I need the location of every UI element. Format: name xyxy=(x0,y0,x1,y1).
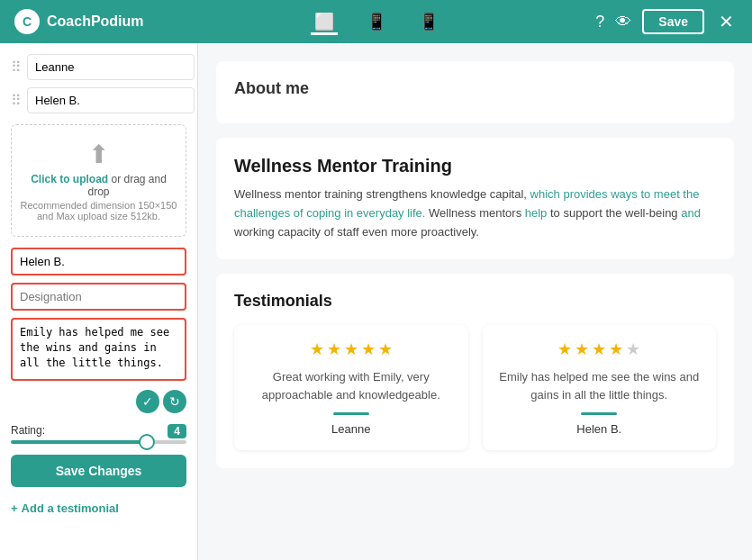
star-1-3: ★ xyxy=(344,339,358,359)
testimonial-textarea[interactable]: Emily has helped me see the wins and gai… xyxy=(11,318,186,381)
about-title: About me xyxy=(234,79,716,98)
upload-sub: Recommended dimension 150×150 and Max up… xyxy=(19,200,178,221)
drag-handle-2[interactable]: ⠿ xyxy=(11,92,22,109)
testimonial-divider-1 xyxy=(333,412,369,415)
rating-section: 4 Rating: xyxy=(11,424,186,444)
testimonial-name-input-2[interactable] xyxy=(27,87,195,113)
testimonial-card-1: ★ ★ ★ ★ ★ Great working with Emily, very… xyxy=(234,325,468,450)
save-button[interactable]: Save xyxy=(642,9,704,34)
star-2-2: ★ xyxy=(575,339,589,359)
highlight-3: and xyxy=(681,206,701,220)
star-1-1: ★ xyxy=(310,339,324,359)
testimonial-author-2: Helen B. xyxy=(497,422,702,436)
desktop-icon[interactable]: ⬜ xyxy=(311,8,338,35)
rating-slider[interactable] xyxy=(11,440,186,444)
nav-actions: ? 👁 Save ✕ xyxy=(595,9,738,34)
star-2-5: ★ xyxy=(626,339,640,359)
upload-icon: ⬆ xyxy=(19,140,178,169)
designation-field[interactable] xyxy=(11,283,186,311)
wellness-text: Wellness mentor training strengthens kno… xyxy=(234,185,716,241)
star-2-1: ★ xyxy=(557,339,572,359)
highlight-1: which provides ways to meet the challeng… xyxy=(234,187,699,220)
drag-handle-1[interactable]: ⠿ xyxy=(11,59,22,76)
confirm-icon-button[interactable]: ✓ xyxy=(136,390,159,413)
plus-icon: + xyxy=(11,501,18,515)
logo-icon: C xyxy=(14,9,40,34)
testimonial-card-2: ★ ★ ★ ★ ★ Emily has helped me see the wi… xyxy=(483,325,717,450)
upload-area[interactable]: ⬆ Click to upload or drag and drop Recom… xyxy=(11,124,186,237)
top-nav: C CoachPodium ⬜ 📱 📱 ? 👁 Save ✕ xyxy=(0,0,752,43)
help-icon[interactable]: ? xyxy=(595,13,604,32)
upload-text: Click to upload or drag and drop xyxy=(19,173,178,198)
testimonial-author-1: Leanne xyxy=(249,422,454,436)
eye-icon[interactable]: 👁 xyxy=(615,13,631,32)
add-testimonial-button[interactable]: + Add a testimonial xyxy=(11,498,186,519)
testimonial-row-1: ⠿ ✏️ 🗑 xyxy=(11,54,186,80)
tablet-icon[interactable]: 📱 xyxy=(363,8,390,35)
close-button[interactable]: ✕ xyxy=(715,11,738,32)
star-1-5: ★ xyxy=(378,339,393,359)
logo: C CoachPodium xyxy=(14,9,144,34)
highlight-2: help xyxy=(525,206,548,220)
star-2-4: ★ xyxy=(609,339,623,359)
upload-link[interactable]: Click to upload xyxy=(31,173,108,185)
stars-2: ★ ★ ★ ★ ★ xyxy=(497,339,702,359)
testimonial-row-2: ⠿ ✏️ 🗑 xyxy=(11,87,186,113)
save-changes-button[interactable]: Save Changes xyxy=(11,455,186,487)
mobile-icon[interactable]: 📱 xyxy=(415,8,442,35)
wellness-title: Wellness Mentor Training xyxy=(234,156,716,176)
sidebar: ⠿ ✏️ 🗑 ⠿ ✏️ 🗑 ⬆ Click to upload or drag … xyxy=(0,43,198,560)
testimonial-divider-2 xyxy=(581,412,617,415)
main-content: About me Wellness Mentor Training Wellne… xyxy=(198,43,752,560)
slider-container xyxy=(11,440,186,444)
testimonials-title: Testimonials xyxy=(234,292,716,311)
main-layout: ⠿ ✏️ 🗑 ⠿ ✏️ 🗑 ⬆ Click to upload or drag … xyxy=(0,43,752,560)
testimonial-text-1: Great working with Emily, very approacha… xyxy=(249,368,454,403)
textarea-actions: ✓ ↻ xyxy=(11,390,186,413)
testimonials-section: Testimonials ★ ★ ★ ★ ★ Great working wit… xyxy=(216,274,734,468)
nav-device-icons: ⬜ 📱 📱 xyxy=(311,8,442,35)
app-name: CoachPodium xyxy=(47,14,144,30)
star-2-3: ★ xyxy=(592,339,606,359)
name-field[interactable] xyxy=(11,248,186,275)
testimonials-grid: ★ ★ ★ ★ ★ Great working with Emily, very… xyxy=(234,325,716,450)
star-1-2: ★ xyxy=(327,339,341,359)
about-card: About me xyxy=(216,61,734,123)
stars-1: ★ ★ ★ ★ ★ xyxy=(249,339,454,359)
testimonial-name-input-1[interactable] xyxy=(27,54,195,80)
wellness-card: Wellness Mentor Training Wellness mentor… xyxy=(216,138,734,259)
star-1-4: ★ xyxy=(361,339,376,359)
testimonial-text-2: Emily has helped me see the wins and gai… xyxy=(497,368,702,403)
add-testimonial-label: Add a testimonial xyxy=(22,501,119,515)
refresh-icon-button[interactable]: ↻ xyxy=(163,390,186,413)
